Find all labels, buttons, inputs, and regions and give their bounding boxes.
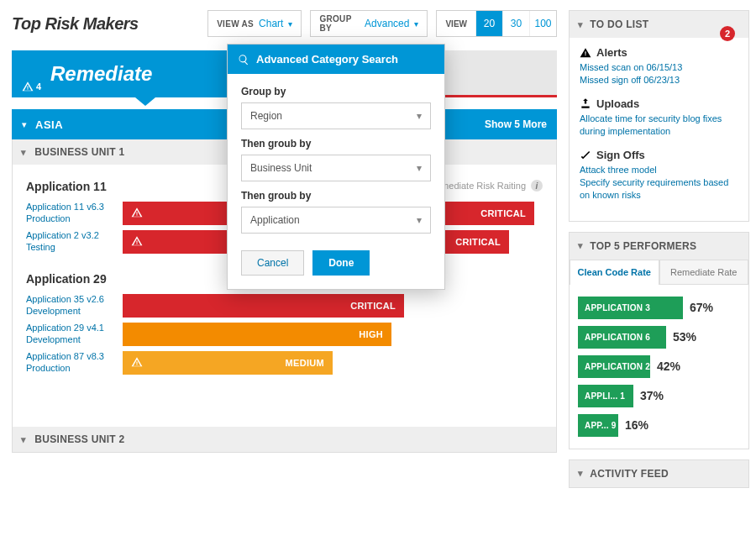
application-version-link[interactable]: Application 35 v2.6 Development	[26, 294, 123, 318]
risk-bar[interactable]: MEDIUM	[123, 351, 333, 375]
todo-link[interactable]: Missed scan on 06/15/13	[580, 61, 738, 74]
todo-panel: ▾ TO DO LIST 2 AlertsMissed scan on 06/1…	[569, 10, 749, 222]
alert-triangle-icon	[131, 235, 143, 249]
view-option-20[interactable]: 20	[475, 11, 502, 36]
kpi-remediate-label: Remediate	[50, 62, 152, 86]
chevron-down-icon: ▾	[288, 19, 292, 29]
todo-link[interactable]: Allocate time for security blog fixes du…	[580, 113, 738, 139]
upload-icon	[580, 97, 591, 109]
view-option-30[interactable]: 30	[502, 11, 529, 36]
alert-icon	[580, 47, 591, 59]
page-title: Top Risk Makers	[12, 14, 139, 34]
todo-link[interactable]: Missed sign off 06/23/13	[580, 74, 738, 87]
risk-bar-row: Application 29 v4.1 DevelopmentHIGH	[26, 323, 543, 346]
group-by-value: Advanced	[365, 18, 409, 29]
tab-clean-code[interactable]: Clean Code Rate	[570, 260, 659, 285]
business-unit-header[interactable]: ▾ BUSINESS UNIT 2	[13, 427, 556, 452]
application-version-link[interactable]: Application 11 v6.3 Production	[26, 202, 123, 225]
performer-row: APPLICATION 653%	[578, 326, 740, 349]
chevron-down-icon: ▾	[414, 19, 418, 29]
select-value: Region	[250, 110, 282, 122]
sort-hint: Remediate Risk Raiting i	[429, 180, 543, 192]
view-as-value: Chart	[259, 18, 283, 29]
signoff-icon	[580, 149, 591, 160]
performer-value: 42%	[657, 360, 680, 373]
modal-title: Advanced Category Search	[256, 53, 398, 66]
modal-header: Advanced Category Search	[228, 45, 444, 74]
risk-bar[interactable]: CRITICAL	[123, 294, 404, 318]
chevron-down-icon: ▾	[21, 147, 26, 158]
info-icon[interactable]: i	[531, 180, 543, 192]
activity-title: ACTIVITY FEED	[590, 468, 669, 480]
performers-header[interactable]: ▾ TOP 5 PERFORMERS	[570, 233, 748, 260]
performer-bar[interactable]: APPLI... 1	[578, 385, 633, 407]
todo-badge: 2	[720, 26, 735, 41]
region-name: ASIA	[35, 118, 63, 131]
view-as-dropdown[interactable]: VIEW AS Chart ▾	[207, 10, 302, 37]
todo-link[interactable]: Attack three model	[580, 164, 738, 176]
chevron-down-icon: ▾	[578, 240, 583, 251]
view-label: VIEW	[437, 11, 475, 36]
todo-section: AlertsMissed scan on 06/15/13Missed sign…	[580, 46, 738, 87]
performer-bar[interactable]: APPLICATION 6	[578, 326, 666, 349]
group-by-label: Group by	[241, 86, 431, 97]
performer-bar[interactable]: APP... 9	[578, 414, 618, 437]
advanced-search-modal: Advanced Category Search Group byRegion▾…	[227, 44, 445, 290]
performers-panel: ▾ TOP 5 PERFORMERS Clean Code Rate Remed…	[569, 232, 749, 449]
group-by-dropdown[interactable]: GROUP BY Advanced ▾	[310, 10, 428, 37]
business-unit-name: BUSINESS UNIT 2	[34, 433, 124, 445]
performer-value: 53%	[673, 330, 696, 344]
alert-triangle-icon	[22, 81, 34, 92]
group-by-select[interactable]: Business Unit▾	[241, 155, 431, 181]
activity-panel: ▾ ACTIVITY FEED	[569, 459, 749, 488]
performer-bar[interactable]: APPLICATION 3	[578, 297, 683, 319]
todo-section: UploadsAllocate time for security blog f…	[580, 97, 738, 139]
view-option-100[interactable]: 100	[529, 11, 556, 36]
tab-remediate-rate[interactable]: Remediate Rate	[659, 260, 749, 285]
todo-section-title: Alerts	[580, 46, 738, 59]
performer-value: 67%	[690, 301, 713, 314]
todo-section: Sign OffsAttack three modelSpecify secur…	[580, 149, 738, 202]
chevron-down-icon: ▾	[21, 434, 26, 445]
select-value: Business Unit	[250, 162, 312, 174]
risk-bar-row: Application 87 v8.3 ProductionMEDIUM	[26, 351, 543, 375]
view-size-toggle: VIEW 20 30 100	[436, 10, 557, 37]
todo-link[interactable]: Specify security requirements based on k…	[580, 176, 738, 202]
performer-row: APPLICATION 367%	[578, 297, 740, 319]
todo-title: TO DO LIST	[590, 18, 648, 30]
performer-value: 16%	[625, 418, 648, 432]
done-button[interactable]: Done	[312, 250, 370, 276]
performer-bar[interactable]: APPLICATION 2	[578, 355, 650, 378]
view-as-label: VIEW AS	[217, 19, 254, 29]
application-version-link[interactable]: Application 2 v3.2 Testing	[26, 230, 123, 254]
todo-section-title: Sign Offs	[580, 149, 738, 161]
group-by-select[interactable]: Region▾	[241, 102, 431, 129]
chevron-down-icon: ▾	[417, 214, 422, 226]
alert-triangle-icon	[131, 207, 143, 220]
activity-header[interactable]: ▾ ACTIVITY FEED	[570, 460, 748, 487]
performer-value: 37%	[640, 389, 664, 402]
cancel-button[interactable]: Cancel	[241, 250, 304, 276]
show-more-link[interactable]: Show 5 More	[485, 118, 547, 130]
chevron-down-icon: ▾	[578, 468, 583, 479]
active-pointer-icon	[135, 97, 155, 106]
select-value: Application	[250, 214, 300, 226]
group-by-select[interactable]: Application▾	[241, 207, 431, 234]
chevron-down-icon: ▾	[22, 119, 27, 130]
business-unit-name: BUSINESS UNIT 1	[34, 146, 124, 158]
performers-title: TOP 5 PERFORMERS	[590, 240, 696, 252]
chevron-down-icon: ▾	[417, 110, 422, 122]
todo-section-title: Uploads	[580, 97, 738, 110]
group-by-label: Then groub by	[241, 138, 431, 150]
group-by-label: Then groub by	[241, 190, 431, 202]
kpi-remediate-count: 4	[22, 81, 41, 92]
application-version-link[interactable]: Application 29 v4.1 Development	[26, 323, 123, 346]
search-icon	[238, 54, 249, 66]
application-version-link[interactable]: Application 87 v8.3 Production	[26, 351, 123, 375]
performer-row: APP... 916%	[578, 414, 740, 437]
risk-bar[interactable]: HIGH	[123, 323, 391, 346]
performer-row: APPLI... 137%	[578, 385, 740, 407]
alert-triangle-icon	[131, 356, 143, 370]
chevron-down-icon: ▾	[578, 19, 583, 30]
chevron-down-icon: ▾	[417, 162, 422, 174]
